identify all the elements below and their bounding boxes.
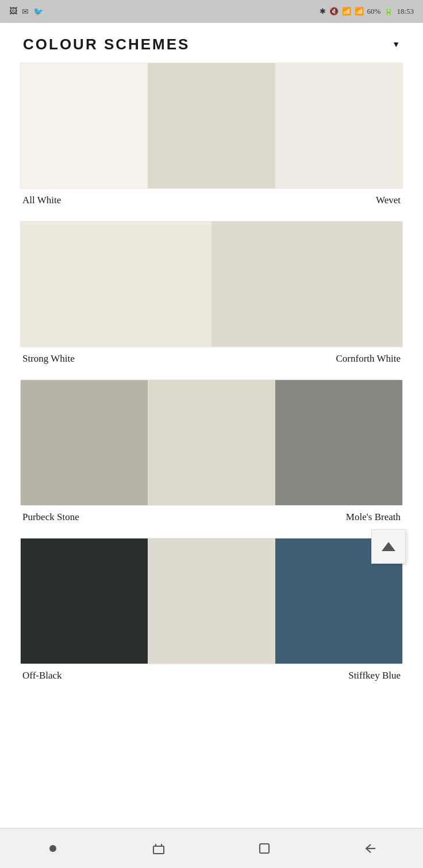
swatch-1-1 (21, 63, 148, 188)
nav-back-button[interactable] (356, 834, 384, 863)
battery-icon: 🔋 (384, 7, 393, 16)
back-icon (364, 843, 376, 854)
swatch-container-1 (20, 63, 403, 189)
status-bar-left: 🖼 ✉ 🐦 (9, 7, 43, 17)
status-bar-right: ✱ 🔇 📶 📶 60% 🔋 18:53 (320, 7, 414, 16)
wifi-icon: 📶 (342, 7, 351, 16)
swatch-container-4 (20, 538, 403, 664)
chevron-up-icon (382, 542, 395, 551)
main-content: COLOUR SCHEMES ▼ All White Wevet Strong … (0, 23, 423, 828)
svg-rect-1 (153, 846, 164, 854)
photo-icon: 🖼 (9, 7, 17, 16)
swatch-3-3 (275, 380, 402, 505)
swatch-3-1 (21, 380, 148, 505)
signal-icon: 📶 (355, 7, 364, 16)
swatch-4-1 (21, 538, 148, 664)
scheme-left-label-2: Strong White (22, 353, 75, 365)
scheme-labels-3: Purbeck Stone Mole's Breath (20, 506, 403, 526)
scheme-labels-2: Strong White Cornforth White (20, 347, 403, 368)
scheme-right-label-4: Stiffkey Blue (348, 670, 401, 681)
swatch-3-2 (148, 380, 275, 505)
swatch-1-2 (148, 63, 275, 188)
status-bar: 🖼 ✉ 🐦 ✱ 🔇 📶 📶 60% 🔋 18:53 (0, 0, 423, 23)
swatch-1-3 (275, 63, 402, 188)
nav-square-button[interactable] (250, 834, 279, 863)
circle-icon (49, 844, 57, 852)
scheme-labels-1: All White Wevet (20, 189, 403, 210)
page-title: COLOUR SCHEMES (23, 36, 190, 53)
swatch-4-2 (148, 538, 275, 664)
bluetooth-icon: ✱ (320, 7, 326, 16)
header: COLOUR SCHEMES ▼ (0, 23, 423, 63)
swatch-container-3 (20, 379, 403, 506)
square-icon (258, 842, 271, 855)
scheme-row[interactable]: Strong White Cornforth White (20, 221, 403, 368)
scheme-row[interactable]: All White Wevet (20, 63, 403, 210)
battery-percent: 60% (367, 7, 381, 16)
nav-recent-button[interactable] (144, 834, 173, 863)
scheme-left-label-1: All White (22, 195, 61, 206)
dropdown-icon[interactable]: ▼ (392, 40, 400, 49)
scroll-up-button[interactable] (371, 529, 406, 564)
schemes-container: All White Wevet Strong White Cornforth W… (0, 63, 423, 708)
mute-icon: 🔇 (329, 7, 339, 16)
scheme-labels-4: Off-Black Stiffkey Blue (20, 664, 403, 685)
recent-icon (152, 843, 165, 854)
twitter-icon: 🐦 (33, 7, 43, 17)
scheme-left-label-3: Purbeck Stone (22, 512, 79, 523)
swatch-2-2 (212, 222, 402, 347)
scheme-right-label-3: Mole's Breath (346, 512, 401, 523)
svg-rect-4 (260, 844, 269, 853)
scheme-right-label-2: Cornforth White (336, 353, 401, 365)
scheme-right-label-1: Wevet (376, 195, 401, 206)
mail-icon: ✉ (22, 7, 29, 17)
svg-point-0 (49, 845, 56, 852)
swatch-2-1 (21, 222, 212, 347)
swatch-container-2 (20, 221, 403, 347)
nav-bar (0, 828, 423, 868)
scheme-row[interactable]: Off-Black Stiffkey Blue (20, 538, 403, 685)
scheme-left-label-4: Off-Black (22, 670, 62, 681)
clock: 18:53 (397, 7, 414, 16)
nav-home-button[interactable] (39, 834, 67, 863)
scheme-row[interactable]: Purbeck Stone Mole's Breath (20, 379, 403, 526)
